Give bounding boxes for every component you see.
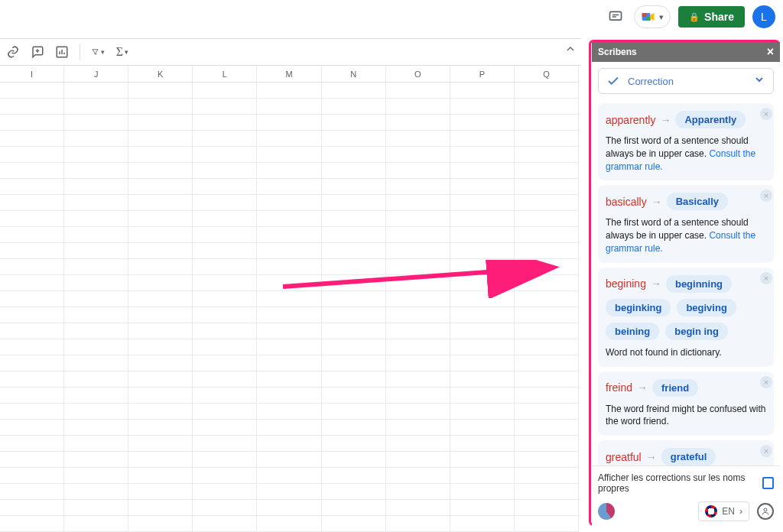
correction-dropdown[interactable]: Correction <box>598 68 774 94</box>
cell[interactable] <box>322 211 386 226</box>
cell[interactable] <box>450 436 515 451</box>
cell[interactable] <box>0 115 64 130</box>
cell[interactable] <box>386 227 450 242</box>
cell[interactable] <box>515 307 579 323</box>
cell[interactable] <box>128 163 193 178</box>
table-row[interactable] <box>0 83 579 99</box>
table-row[interactable] <box>0 291 579 307</box>
cell[interactable] <box>193 275 257 290</box>
column-header[interactable]: O <box>386 66 450 82</box>
cell[interactable] <box>322 195 386 210</box>
cell[interactable] <box>0 243 64 258</box>
cell[interactable] <box>64 291 128 307</box>
cell[interactable] <box>128 371 193 387</box>
column-header[interactable]: P <box>450 66 515 82</box>
cell[interactable] <box>64 500 128 515</box>
table-row[interactable] <box>0 163 579 179</box>
cell[interactable] <box>386 404 450 419</box>
cell[interactable] <box>515 83 579 98</box>
cell[interactable] <box>193 323 257 339</box>
table-row[interactable] <box>0 500 579 516</box>
table-row[interactable] <box>0 243 579 259</box>
table-row[interactable] <box>0 516 579 532</box>
table-row[interactable] <box>0 339 579 355</box>
insert-comment-icon[interactable] <box>31 45 44 59</box>
cell[interactable] <box>257 420 321 435</box>
suggestion-pill[interactable]: begiving <box>677 299 736 316</box>
cell[interactable] <box>322 355 386 371</box>
collapse-toolbar-icon[interactable] <box>564 43 577 57</box>
cell[interactable] <box>128 259 193 274</box>
cell[interactable] <box>193 388 257 403</box>
cell[interactable] <box>450 420 515 435</box>
cell[interactable] <box>0 259 64 274</box>
cell[interactable] <box>257 500 321 515</box>
cell[interactable] <box>257 179 321 194</box>
cell[interactable] <box>0 291 64 307</box>
cell[interactable] <box>64 436 128 451</box>
cell[interactable] <box>450 291 515 307</box>
cell[interactable] <box>64 484 128 499</box>
cell[interactable] <box>450 500 515 515</box>
cell[interactable] <box>0 307 64 323</box>
scribens-logo-icon[interactable] <box>598 503 615 520</box>
table-row[interactable] <box>0 484 579 500</box>
cell[interactable] <box>0 436 64 451</box>
cell[interactable] <box>322 115 386 130</box>
cell[interactable] <box>515 179 579 194</box>
suggestion-pill[interactable]: Apparently <box>675 111 746 128</box>
cell[interactable] <box>128 131 193 146</box>
grammar-rule-link[interactable]: Consult the grammar rule. <box>606 230 755 254</box>
cell[interactable] <box>193 227 257 242</box>
table-row[interactable] <box>0 227 579 243</box>
cell[interactable] <box>322 259 386 274</box>
cell[interactable] <box>515 131 579 146</box>
cell[interactable] <box>257 291 321 307</box>
cell[interactable] <box>386 99 450 114</box>
suggestion-pill[interactable]: grateful <box>661 448 716 466</box>
cell[interactable] <box>193 163 257 178</box>
cell[interactable] <box>386 179 450 194</box>
cell[interactable] <box>450 115 515 130</box>
cell[interactable] <box>386 484 450 499</box>
cell[interactable] <box>64 115 128 130</box>
cell[interactable] <box>515 388 579 403</box>
cell[interactable] <box>193 404 257 419</box>
cell[interactable] <box>322 291 386 307</box>
cell[interactable] <box>128 388 193 403</box>
cell[interactable] <box>257 147 321 162</box>
cell[interactable] <box>193 99 257 114</box>
cell[interactable] <box>386 211 450 226</box>
cell[interactable] <box>64 99 128 114</box>
cell[interactable] <box>515 195 579 210</box>
cell[interactable] <box>386 323 450 339</box>
table-row[interactable] <box>0 452 579 468</box>
dismiss-icon[interactable]: × <box>760 190 772 202</box>
grid-rows[interactable] <box>0 83 579 532</box>
column-header[interactable]: Q <box>515 66 579 82</box>
cell[interactable] <box>128 436 193 451</box>
table-row[interactable] <box>0 323 579 339</box>
cell[interactable] <box>193 211 257 226</box>
cell[interactable] <box>193 259 257 274</box>
cell[interactable] <box>193 516 257 531</box>
cell[interactable] <box>322 436 386 451</box>
column-header[interactable]: L <box>193 66 257 82</box>
cell[interactable] <box>515 323 579 339</box>
cell[interactable] <box>322 339 386 355</box>
cell[interactable] <box>128 83 193 98</box>
table-row[interactable] <box>0 355 579 371</box>
cell[interactable] <box>386 468 450 483</box>
cell[interactable] <box>0 388 64 403</box>
cell[interactable] <box>515 147 579 162</box>
cell[interactable] <box>322 404 386 419</box>
table-row[interactable] <box>0 259 579 275</box>
cell[interactable] <box>0 484 64 499</box>
cell[interactable] <box>322 99 386 114</box>
cell[interactable] <box>322 388 386 403</box>
cell[interactable] <box>450 227 515 242</box>
cell[interactable] <box>0 83 64 98</box>
cell[interactable] <box>0 339 64 355</box>
cell[interactable] <box>257 323 321 339</box>
suggestion-pill[interactable]: beining <box>606 323 659 340</box>
